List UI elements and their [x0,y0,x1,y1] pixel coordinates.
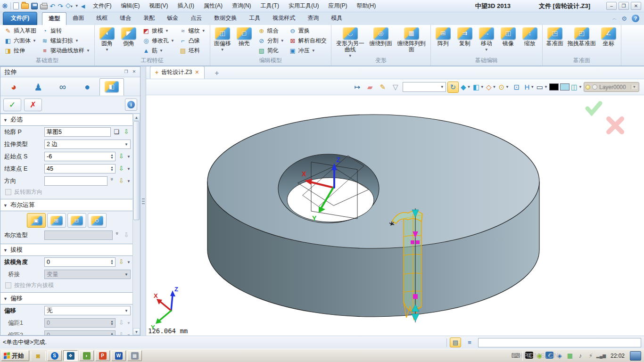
panel-close-icon[interactable]: ✕ [130,68,138,75]
ribbon-tab-2[interactable]: 线框 [90,12,114,25]
ribbon-tab-4[interactable]: 装配 [137,12,161,25]
ribbon-button-拖拽基准面[interactable]: ◰拖拽基准面 [566,26,597,56]
double-chevron-icon[interactable]: » [115,232,120,239]
print-icon[interactable] [40,4,48,9]
help-icon[interactable]: ? [632,15,639,22]
view-name-combo[interactable]: ▼ [403,82,446,92]
chevron-down-icon[interactable]: ▼ [127,179,131,183]
draft-angle-spinner[interactable]: ▲▼ [44,257,116,267]
ribbon-button-螺旋扫掠[interactable]: ≋螺旋扫掠▼ [39,36,92,46]
ribbon-button-基准面[interactable]: ◳基准面 [545,26,565,56]
ribbon-tab-8[interactable]: 工具 [243,12,266,25]
edit-box-icon[interactable]: ✎ [377,82,388,93]
ribbon-button-圆角[interactable]: ◖圆角▼ [97,26,117,56]
speaker-icon[interactable]: ♪ [576,352,585,360]
ribbon-button-插入草图[interactable]: ✎插入草图 [2,26,39,36]
double-chevron-icon[interactable]: » [109,178,115,184]
panel-tab-3[interactable]: ● [75,78,99,96]
info-button[interactable]: i [125,99,137,111]
zoom-window-icon[interactable]: ⊡ [511,82,522,93]
start-input[interactable] [45,152,109,161]
ribbon-tab-10[interactable]: 查询 [301,12,325,25]
ribbon-button-镜像[interactable]: ◫镜像 [498,26,519,56]
zoom-icon[interactable]: ⊙▼ [498,82,510,93]
ribbon-button-修改孔[interactable]: ◎修改孔▼ [140,36,177,46]
ribbon-tab-0[interactable]: 造型 [42,12,66,25]
section-boolean[interactable]: ▼布尔运算 [0,199,132,211]
section-draft[interactable]: ▼拔模 [0,244,132,256]
minimize-button[interactable]: – [606,2,617,10]
ribbon-button-筋[interactable]: ▲筋▼ [140,46,177,56]
ribbon-button-组合[interactable]: ⊕组合 [256,26,287,36]
ribbon-tab-3[interactable]: 缝合 [114,12,137,25]
grid-icon[interactable]: ▦ [566,352,574,360]
shaded-view-icon[interactable]: ◆▼ [460,82,471,93]
eraser-icon[interactable]: ▰ [364,82,376,93]
face-color-icon[interactable]: ◫▼ [571,82,582,93]
monitor-icon[interactable]: ▭▼ [537,82,548,93]
scroll-up-icon[interactable]: ▲ [133,114,140,121]
ribbon-button-坯料[interactable]: ▤坯料 [177,46,208,56]
ribbon-button-简化[interactable]: ▧简化 [256,46,287,56]
undo-icon[interactable]: ↶ [50,2,56,10]
message-log-button[interactable]: ≡ [464,337,475,347]
ribbon-button-阵列[interactable]: ⊞阵列 [433,26,454,56]
scroll-thumb[interactable] [133,121,140,220]
menu-item-3[interactable]: 插入(I) [173,0,198,11]
ghost-cancel-icon[interactable] [609,119,622,132]
ribbon-button-螺纹[interactable]: ≈螺纹▼ [177,26,208,36]
chevron-down-icon[interactable]: ▼ [127,260,131,264]
menu-item-7[interactable]: 实用工具(U) [284,0,323,11]
bool-remove-button[interactable]: ⊟ [67,213,86,228]
offset-handle-1[interactable] [411,240,414,244]
save-icon[interactable] [31,3,38,9]
insert-green-icon[interactable]: ⇩ [117,152,125,161]
flip-face-checkbox[interactable] [5,189,11,195]
end-spinner[interactable]: ▲▼ [44,164,116,173]
signal-icon[interactable]: ▂▄▆ [597,352,605,360]
section-required[interactable]: ▼必选 [0,114,132,126]
panel-dock-icon[interactable]: ❐ [122,68,130,75]
document-tab[interactable]: + 齿轮设计.Z3 ✕ [150,66,205,79]
wireframe-view-icon[interactable]: ◇▼ [486,82,497,93]
ribbon-tab-7[interactable]: 数据交换 [208,12,243,25]
ribbon-tab-5[interactable]: 钣金 [161,12,184,25]
calculator-button[interactable]: ▦ [127,350,142,361]
panel-splitter[interactable] [140,66,146,336]
ribbon-button-复制[interactable]: ⇉复制 [454,26,475,56]
restore-button[interactable]: ❐ [619,2,629,10]
powerpoint-button[interactable]: P [95,350,110,361]
spinner-arrows-icon[interactable]: ▲▼ [109,258,115,266]
menu-item-4[interactable]: 属性(A) [199,0,227,11]
refresh-icon[interactable]: ◇▾ [66,1,73,10]
menu-item-0[interactable]: 文件(F) [89,0,116,11]
collapse-left-icon[interactable]: ◀ [81,2,85,10]
chevron-down-icon[interactable]: ▼ [127,167,131,171]
new-file-icon[interactable] [13,2,19,9]
insert-yellow-icon[interactable]: ⇩ [117,177,125,185]
offset-handle-2[interactable] [416,240,420,244]
menu-item-1[interactable]: 编辑(E) [117,0,144,11]
ghost-confirm-icon[interactable] [587,103,600,113]
start-spinner[interactable]: ▲▼ [44,152,116,161]
ribbon-button-分割[interactable]: ⊘分割▼ [256,36,287,46]
menu-item-9[interactable]: 帮助(H) [353,0,380,11]
panel-tab-2[interactable]: ∞ [50,78,75,96]
rotate-view-icon[interactable]: ↻ [447,82,459,93]
tab-close-icon[interactable]: ✕ [195,69,199,75]
vcheck-icon[interactable]: ✓ [545,352,553,359]
ribbon-button-解析自相交[interactable]: ⊠解析自相交 [287,36,329,46]
direction-input[interactable] [44,176,107,186]
tab-file[interactable]: 文件(F) [3,12,37,25]
panel-tab-0[interactable]: ◕ [1,78,26,96]
bool-add-button[interactable]: ⊞ [47,213,66,228]
extrude-type-select[interactable]: 2 边▼ [44,140,131,149]
ribbon-button-拔模[interactable]: ◩拔模▼ [140,26,177,36]
dropdown-arrow-icon[interactable]: ▼ [75,4,79,8]
start-button[interactable]: 开始 [1,350,29,361]
camera-icon[interactable]: ◙ [33,351,44,361]
zw3d-button[interactable]: ❖ [63,350,78,361]
pick-list-icon[interactable]: ❏ [112,128,121,136]
face-color-swatch[interactable] [560,83,570,90]
close-button[interactable]: ✕ [631,2,641,10]
